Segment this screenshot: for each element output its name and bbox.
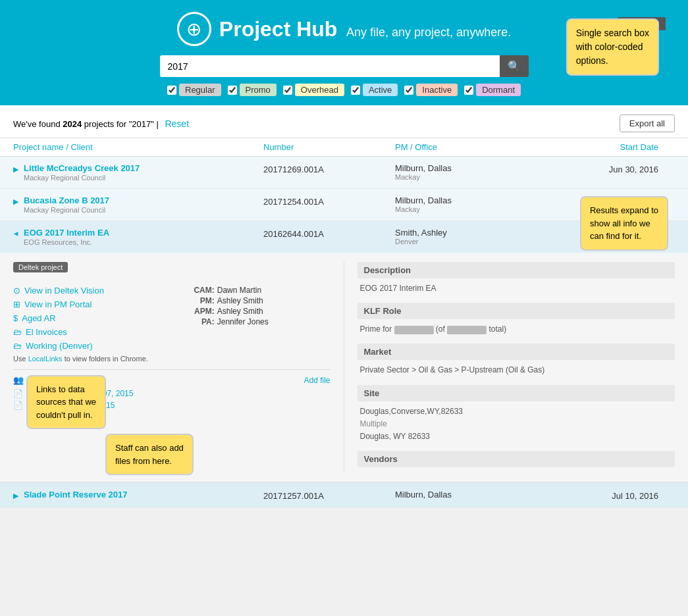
- link-deltek-vision[interactable]: ⊙ View in Deltek Vision: [13, 286, 165, 295]
- project-pm-4: Milburn, Dallas: [395, 490, 540, 500]
- row-arrow-3: ▼: [13, 230, 20, 237]
- reset-link[interactable]: Reset: [165, 118, 189, 129]
- tagline-text: Any file, any project, anywhere.: [346, 26, 511, 39]
- project-number-4: 20171257.001A: [263, 490, 395, 501]
- staff-files-callout: Staff can also addfiles from here.: [105, 434, 194, 475]
- aged-ar-icon: $: [13, 313, 18, 323]
- results-count: 2024: [63, 119, 82, 129]
- search-callout: Single search boxwith color-codedoptions…: [566, 18, 659, 76]
- project-number-2: 20171254.001A: [263, 195, 395, 207]
- project-date-4: Jul 10, 2016: [540, 490, 658, 501]
- filter-regular-label[interactable]: Regular: [179, 84, 221, 96]
- market-header: Market: [357, 344, 675, 360]
- project-date-1: Jun 30, 2016: [540, 163, 658, 174]
- project-name-2: Bucasia Zone B 2017 Mackay Regional Coun…: [24, 195, 109, 214]
- link-working[interactable]: 🗁 Working (Denver): [13, 341, 165, 351]
- site-value: Douglas,Converse,WY,82633 Multiple Dougl…: [357, 405, 675, 444]
- header-logo: ⊕ Project Hub Any file, any project, any…: [177, 12, 511, 46]
- project-row-3: ▼ EOG 2017 Interim EA EOG Resources, Inc…: [0, 221, 688, 483]
- link-pm-portal[interactable]: ⊞ View in PM Portal: [13, 299, 165, 309]
- col-header-pm[interactable]: PM / Office: [395, 142, 540, 152]
- local-links-text: Use LocalLinks to view folders in Chrome…: [13, 355, 165, 363]
- project-name-cell-1: ▶ Little McCreadys Creek 2017 Mackay Reg…: [13, 163, 263, 182]
- project-pm-3: Smith, Ashley Denver: [395, 228, 540, 245]
- market-value: Private Sector > Oil & Gas > P-Upstream …: [357, 364, 675, 376]
- project-row-1: ▶ Little McCreadys Creek 2017 Mackay Reg…: [0, 157, 688, 189]
- search-callout-wrap: Single search boxwith color-codedoptions…: [566, 18, 659, 76]
- filter-active: Active: [351, 84, 398, 96]
- results-summary: We've found 2024 projects for "2017" | R…: [13, 118, 189, 129]
- filter-overhead-checkbox[interactable]: [283, 86, 292, 95]
- filter-overhead-label[interactable]: Overhead: [295, 84, 344, 96]
- klf-role-value: Prime for (of total): [357, 323, 675, 336]
- link-el-invoices[interactable]: 🗁 El Invoices: [13, 327, 165, 337]
- filter-inactive-checkbox[interactable]: [404, 86, 413, 95]
- filter-active-checkbox[interactable]: [351, 86, 360, 95]
- search-button[interactable]: 🔍: [500, 55, 529, 77]
- filter-promo: Promo: [228, 84, 277, 96]
- page-wrapper: Feedback ⊕ Project Hub Any file, any pro…: [0, 0, 688, 508]
- add-file-link[interactable]: Add file: [304, 376, 330, 385]
- data-sources-callout-wrap: Links to datasources that wecouldn't pul…: [26, 375, 106, 430]
- link-aged-ar[interactable]: $ Aged AR: [13, 313, 165, 323]
- project-detail-3: Deltek project ⊙ View in Deltek Vision ⊞…: [0, 253, 688, 482]
- table-header: Project name / Client Number PM / Office…: [0, 138, 688, 157]
- filter-dormant-label[interactable]: Dormant: [476, 84, 521, 96]
- site-header: Site: [357, 385, 675, 401]
- header-top: ⊕ Project Hub Any file, any project, any…: [13, 12, 675, 46]
- results-bar: We've found 2024 projects for "2017" | R…: [0, 105, 688, 138]
- vendors-header: Vendors: [357, 451, 675, 467]
- export-button[interactable]: Export all: [620, 115, 675, 132]
- col-header-number[interactable]: Number: [263, 142, 395, 152]
- pm-portal-icon: ⊞: [13, 299, 20, 309]
- project-row-4-header[interactable]: ▶ Slade Point Reserve 2017 20171257.001A…: [0, 483, 688, 507]
- detail-right: Results expand toshow all info wecan fin…: [344, 262, 675, 471]
- local-links-link[interactable]: LocalLinks: [28, 355, 63, 363]
- file-icon-1: 📄: [13, 389, 23, 398]
- el-invoices-icon: 🗁: [13, 327, 22, 337]
- search-input[interactable]: [160, 55, 500, 77]
- detail-links-col: ⊙ View in Deltek Vision ⊞ View in PM Por…: [13, 286, 165, 363]
- project-name-cell-2: ▶ Bucasia Zone B 2017 Mackay Regional Co…: [13, 195, 263, 214]
- header: Feedback ⊕ Project Hub Any file, any pro…: [0, 0, 688, 105]
- deltek-badge: Deltek project: [13, 262, 68, 272]
- filter-promo-checkbox[interactable]: [228, 86, 237, 95]
- data-sources-callout: Links to datasources that wecouldn't pul…: [26, 375, 106, 430]
- filter-regular-checkbox[interactable]: [167, 86, 176, 95]
- row-arrow-1: ▶: [13, 165, 20, 174]
- working-icon: 🗁: [13, 341, 22, 351]
- main-content: We've found 2024 projects for "2017" | R…: [0, 105, 688, 508]
- project-number-1: 20171269.001A: [263, 163, 395, 174]
- results-expand-callout-wrap: Results expand toshow all info wecan fin…: [580, 196, 668, 251]
- project-row-1-header[interactable]: ▶ Little McCreadys Creek 2017 Mackay Reg…: [0, 157, 688, 188]
- filter-row: Regular Promo Overhead Active Inactive: [13, 84, 675, 96]
- klf-role-header: KLF Role: [357, 303, 675, 319]
- header-inner: Feedback ⊕ Project Hub Any file, any pro…: [13, 12, 675, 96]
- col-header-name[interactable]: Project name / Client: [13, 142, 263, 152]
- description-header: Description: [357, 262, 675, 278]
- row-arrow-2: ▶: [13, 197, 20, 206]
- cam-row-3: APM: Ashley Smith: [192, 307, 331, 316]
- filter-regular: Regular: [167, 84, 221, 96]
- filter-promo-label[interactable]: Promo: [240, 84, 277, 96]
- logo-icon: ⊕: [177, 12, 211, 46]
- project-pm-1: Milburn, Dallas Mackay: [395, 163, 540, 181]
- cam-section: CAM: Dawn Martin PM: Ashley Smith APM: A…: [192, 286, 331, 356]
- staff-files-callout-wrap: Staff can also addfiles from here.: [105, 434, 194, 475]
- filter-dormant: Dormant: [464, 84, 521, 96]
- cam-row-1: CAM: Dawn Martin: [192, 286, 331, 295]
- col-header-date[interactable]: Start Date: [540, 142, 658, 152]
- project-name-1: Little McCreadys Creek 2017 Mackay Regio…: [24, 163, 140, 182]
- filter-active-label[interactable]: Active: [363, 84, 398, 96]
- filter-dormant-checkbox[interactable]: [464, 86, 473, 95]
- files-icon: 👥: [13, 375, 24, 385]
- project-name-4: Slade Point Reserve 2017: [24, 490, 128, 500]
- project-number-3: 20162644.001A: [263, 228, 395, 239]
- cam-row-4: PA: Jennifer Jones: [192, 317, 331, 326]
- description-value: EOG 2017 Interim EA: [357, 282, 675, 295]
- results-middle: projects for "2017" |: [82, 119, 159, 129]
- filter-inactive-label[interactable]: Inactive: [416, 84, 458, 96]
- search-box: 🔍: [160, 55, 529, 77]
- filter-overhead: Overhead: [283, 84, 344, 96]
- project-name-cell-3: ▼ EOG 2017 Interim EA EOG Resources, Inc…: [13, 228, 263, 246]
